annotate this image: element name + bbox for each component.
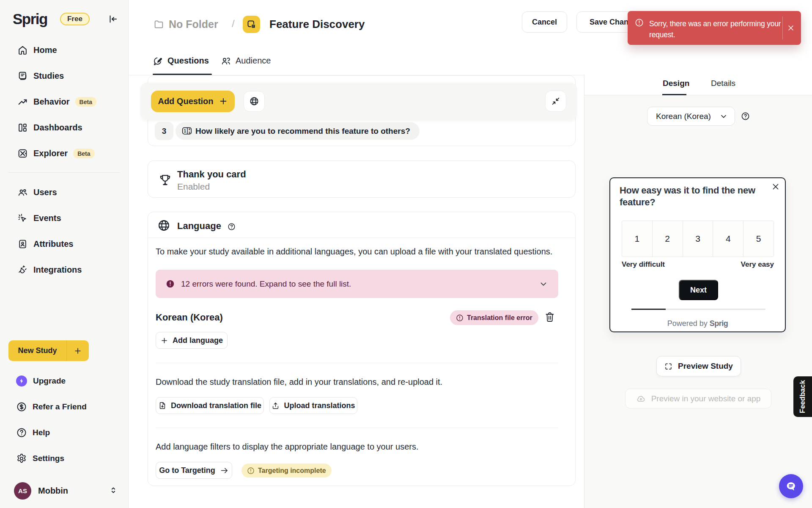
preview-language-select[interactable]: Korean (Korea) (647, 107, 735, 126)
tab-questions[interactable]: Questions (153, 47, 209, 75)
rating-option-2[interactable]: 2 (652, 221, 683, 257)
users-icon (17, 187, 28, 198)
sidebar-item-help[interactable]: Help (0, 420, 128, 445)
thank-you-title: Thank you card (177, 169, 246, 180)
add-language-button[interactable]: Add language (156, 332, 228, 349)
cancel-button[interactable]: Cancel (522, 11, 567, 33)
add-question-label: Add Question (158, 97, 213, 106)
workspace-name: Mobbin (38, 486, 68, 496)
sidebar-item-settings[interactable]: Settings (0, 445, 128, 471)
sidebar-item-label: Settings (33, 454, 64, 463)
plus-icon (219, 97, 228, 106)
collapse-questions-button[interactable] (545, 91, 566, 112)
tab-details[interactable]: Details (711, 79, 735, 88)
new-study-button[interactable]: New Study (8, 340, 89, 361)
feedback-tab[interactable]: Feedback (793, 376, 812, 417)
add-language-label: Add language (173, 336, 223, 345)
sidebar-item-label: Refer a Friend (33, 402, 87, 411)
download-instruction: Download the study translation file, add… (156, 377, 442, 387)
workspace-avatar: AS (14, 482, 31, 500)
thank-you-status: Enabled (177, 182, 210, 192)
rating-option-4[interactable]: 4 (713, 221, 743, 257)
divider (156, 428, 558, 428)
help-circle-icon[interactable] (741, 112, 750, 121)
workspace-switcher[interactable]: AS Mobbin (0, 479, 128, 502)
sidebar-item-explorer[interactable]: Explorer Beta (0, 141, 128, 166)
language-description: To make your study available in addition… (156, 247, 552, 257)
sidebar-item-dashboards[interactable]: Dashboards (0, 115, 128, 141)
preview-in-website-button[interactable]: Preview in your website or app (625, 389, 771, 409)
sidebar-item-label: Events (33, 213, 61, 223)
studies-icon (17, 71, 28, 81)
toolbar-globe-button[interactable] (244, 91, 265, 112)
collapse-sidebar-icon[interactable] (108, 14, 118, 24)
rating-scale: 1 2 3 4 5 (622, 221, 774, 257)
tab-audience[interactable]: Audience (221, 47, 271, 75)
question-toolbar: Add Question (140, 83, 577, 120)
sidebar-item-label: Dashboards (33, 123, 82, 133)
chevron-down-icon[interactable] (539, 279, 548, 289)
close-icon[interactable] (787, 25, 794, 31)
rating-option-1[interactable]: 1 (622, 221, 653, 257)
svg-text:1: 1 (184, 129, 187, 133)
chat-fab-button[interactable] (779, 474, 803, 498)
question-pill[interactable]: 145 How likely are you to recommend this… (176, 122, 420, 140)
download-translation-button[interactable]: Download translation file (156, 397, 264, 414)
plus-icon (67, 347, 89, 355)
upload-translations-label: Upload translations (284, 401, 355, 410)
upload-translations-button[interactable]: Upload translations (269, 397, 357, 414)
app-window: Sprig Free Home Studies Behavior Beta (0, 0, 812, 508)
arrow-right-icon (220, 466, 229, 475)
sidebar-item-label: Integrations (33, 265, 82, 275)
close-icon[interactable] (772, 183, 779, 190)
sprig-logo: Sprig (13, 11, 47, 28)
tab-design[interactable]: Design (663, 79, 689, 88)
survey-next-button[interactable]: Next (679, 280, 718, 300)
sidebar: Sprig Free Home Studies Behavior Beta (0, 0, 129, 508)
sidebar-nav-utility: Upgrade Refer a Friend Help Settings (0, 368, 128, 471)
tab-label: Questions (167, 56, 209, 66)
translation-errors-banner[interactable]: 12 errors were found. Expand to see the … (156, 270, 558, 298)
svg-text:5: 5 (189, 131, 190, 134)
sidebar-nav-secondary: Users Events Attributes Integrations (0, 179, 128, 283)
main-column: No Folder / Feature Discovery Cancel Sav… (129, 0, 584, 508)
question-row[interactable]: 3 145 How likely are you to recommend th… (155, 122, 420, 140)
sidebar-item-behavior[interactable]: Behavior Beta (0, 89, 128, 115)
questions-tab-icon (153, 56, 163, 66)
sidebar-item-integrations[interactable]: Integrations (0, 257, 128, 283)
attributes-icon (17, 239, 28, 249)
globe-icon (249, 96, 259, 106)
sidebar-item-refer[interactable]: Refer a Friend (0, 394, 128, 420)
sidebar-item-studies[interactable]: Studies (0, 63, 128, 89)
preview-study-button[interactable]: Preview Study (656, 356, 741, 376)
sidebar-item-home[interactable]: Home (0, 37, 128, 63)
sidebar-item-attributes[interactable]: Attributes (0, 231, 128, 257)
breadcrumb-folder[interactable]: No Folder (169, 18, 218, 30)
breadcrumb-separator: / (232, 18, 235, 30)
thank-you-card[interactable]: Thank you card Enabled (148, 160, 576, 198)
sidebar-item-label: Help (33, 428, 50, 437)
home-icon (17, 45, 28, 55)
sidebar-item-upgrade[interactable]: Upgrade (0, 368, 128, 394)
powered-by-text: Powered by (667, 319, 708, 328)
go-to-targeting-label: Go to Targeting (159, 466, 215, 475)
rating-option-3[interactable]: 3 (683, 221, 713, 257)
toast-message: Sorry, there was an error performing you… (649, 18, 784, 45)
toast-divider (782, 17, 783, 39)
help-circle-icon[interactable] (228, 223, 236, 231)
rating-scale-labels: Very difficult Very easy (622, 260, 774, 269)
add-question-button[interactable]: Add Question (151, 91, 235, 112)
sidebar-nav-primary: Home Studies Behavior Beta Dashboards Ex… (0, 37, 128, 166)
sidebar-item-users[interactable]: Users (0, 179, 128, 205)
svg-text:4: 4 (189, 128, 190, 131)
rating-option-5[interactable]: 5 (743, 221, 774, 257)
sidebar-item-events[interactable]: Events (0, 205, 128, 231)
language-card: Language To make your study available in… (148, 212, 576, 486)
error-toast: Sorry, there was an error performing you… (628, 11, 801, 45)
chevron-down-icon (719, 112, 728, 121)
events-icon (17, 213, 28, 224)
trash-icon[interactable] (545, 312, 555, 323)
integrations-icon (17, 265, 28, 275)
plus-icon (160, 337, 168, 345)
go-to-targeting-button[interactable]: Go to Targeting (156, 462, 232, 479)
